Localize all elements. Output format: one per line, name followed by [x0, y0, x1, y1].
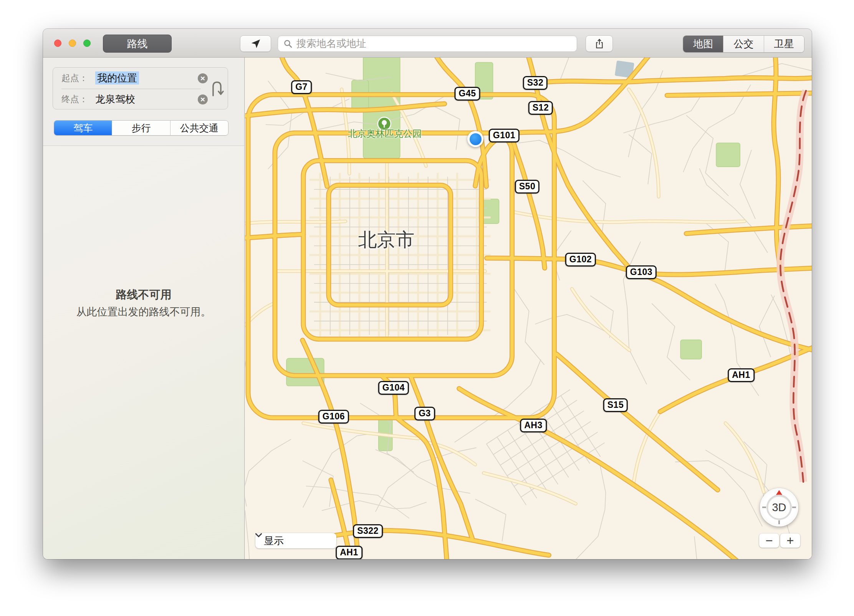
minimize-button[interactable]: [69, 40, 76, 47]
highway-shield-s32: S32: [523, 76, 548, 90]
highway-shield-g104: G104: [378, 381, 409, 395]
highway-shield-s50: S50: [515, 180, 540, 194]
highway-shield-s12: S12: [528, 101, 553, 115]
highway-shield-g101: G101: [489, 129, 520, 142]
map-overlay: 北京市 北京奥林匹克公园 显示 3D − + G7S32G45S12G101S5: [245, 58, 812, 559]
search-field[interactable]: [278, 35, 577, 52]
highway-shield-g102: G102: [565, 253, 596, 267]
zoom-controls: − +: [759, 533, 800, 548]
display-dropdown[interactable]: 显示: [255, 533, 336, 548]
toolbar: 路线 地图 公交 卫星: [43, 29, 812, 58]
search-input[interactable]: [296, 38, 577, 50]
close-button[interactable]: [54, 40, 61, 47]
highway-shield-s15: S15: [603, 398, 628, 412]
compass-tick-east: [792, 507, 796, 508]
start-field-label: 起点：: [61, 72, 95, 84]
swap-start-end-button[interactable]: [209, 80, 225, 97]
highway-shield-s322: S322: [353, 524, 383, 538]
map-canvas[interactable]: 北京市 北京奥林匹克公园 显示 3D − + G7S32G45S12G101S5: [245, 58, 812, 559]
highway-shield-ah1: AH1: [728, 368, 755, 382]
zoom-out-button[interactable]: −: [759, 533, 779, 548]
highway-shield-g3: G3: [414, 407, 435, 421]
zoom-window-button[interactable]: [83, 40, 91, 47]
end-field[interactable]: 终点： 龙泉驾校: [53, 89, 205, 110]
highway-shield-ah3: AH3: [520, 419, 547, 432]
end-field-value: 龙泉驾校: [95, 93, 135, 106]
compass-3d-button[interactable]: 3D: [760, 488, 798, 527]
directions-toggle-button[interactable]: 路线: [103, 35, 172, 53]
clear-end-icon[interactable]: ×: [198, 94, 208, 104]
end-field-label: 终点：: [61, 93, 95, 105]
highway-shield-g7: G7: [291, 80, 312, 94]
mode-transit[interactable]: 公共交通: [170, 121, 228, 135]
chevron-down-icon: [255, 533, 262, 537]
location-arrow-icon: [250, 38, 261, 50]
highway-shield-g45: G45: [455, 87, 480, 101]
plus-icon: +: [786, 534, 794, 547]
compass-tick-west: [762, 507, 766, 508]
start-field-value: 我的位置: [95, 71, 139, 85]
tab-satellite[interactable]: 卫星: [764, 36, 804, 52]
mode-driving[interactable]: 驾车: [54, 121, 112, 135]
park-label: 北京奥林匹克公园: [348, 128, 422, 140]
directions-form-section: 起点： 我的位置 终点： 龙泉驾校 × × 驾车: [43, 58, 244, 146]
search-icon: [283, 39, 293, 48]
map-type-segmented-control: 地图 公交 卫星: [683, 35, 804, 53]
display-dropdown-label: 显示: [264, 534, 330, 548]
current-location-button[interactable]: [240, 35, 271, 52]
maps-window: 路线 地图 公交 卫星: [43, 29, 812, 559]
route-error-title: 路线不可用: [43, 287, 244, 303]
clear-start-icon[interactable]: ×: [198, 73, 208, 83]
minus-icon: −: [765, 534, 773, 547]
share-button[interactable]: [586, 35, 613, 52]
city-label: 北京市: [358, 227, 415, 253]
directions-toggle-label: 路线: [127, 37, 148, 51]
tab-map[interactable]: 地图: [683, 36, 723, 52]
mode-walking[interactable]: 步行: [112, 121, 170, 135]
tab-transit[interactable]: 公交: [723, 36, 764, 52]
start-field[interactable]: 起点： 我的位置: [53, 68, 205, 89]
route-error-message: 从此位置出发的路线不可用。: [43, 305, 244, 319]
highway-shield-ah1: AH1: [336, 546, 362, 559]
current-location-dot: [467, 131, 483, 147]
highway-shield-g106: G106: [318, 410, 349, 424]
directions-sidebar: 起点： 我的位置 终点： 龙泉驾校 × × 驾车: [43, 58, 245, 559]
zoom-in-button[interactable]: +: [780, 533, 800, 548]
compass-tick-south: [778, 520, 780, 524]
highway-shield-g103: G103: [626, 265, 657, 279]
share-icon: [594, 38, 604, 49]
compass-3d-label: 3D: [772, 501, 786, 514]
travel-mode-segmented-control: 驾车 步行 公共交通: [54, 120, 228, 136]
u-turn-swap-icon: [209, 80, 225, 97]
route-fields-box: 起点： 我的位置 终点： 龙泉驾校 × ×: [53, 67, 228, 109]
